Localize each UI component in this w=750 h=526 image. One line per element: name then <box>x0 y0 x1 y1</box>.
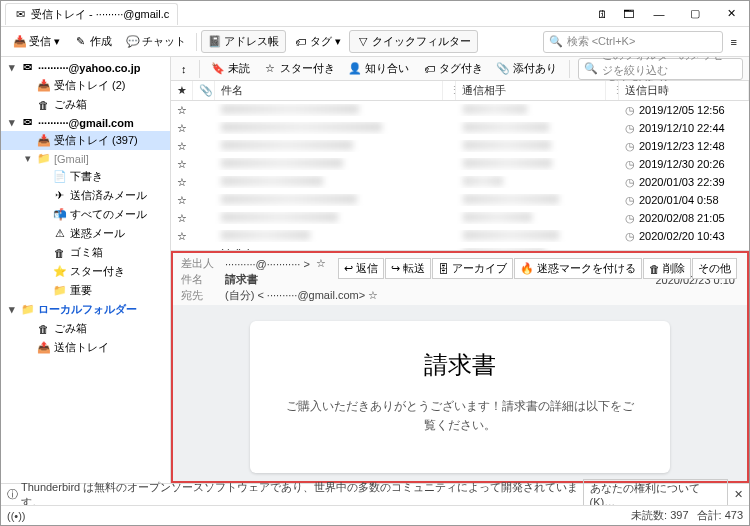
filter-contact[interactable]: 👤知り合い <box>345 59 413 78</box>
star-toggle[interactable]: ☆ <box>171 212 193 225</box>
star-toggle[interactable]: ☆ <box>171 158 193 171</box>
star-icon[interactable]: ☆ <box>316 257 326 270</box>
compose-button[interactable]: ✎作成 <box>68 31 118 52</box>
folder-label: 受信トレイ (2) <box>54 78 126 93</box>
row-date: ◷2020/01/03 22:39 <box>619 176 749 189</box>
tag-button[interactable]: 🏷タグ▾ <box>288 31 347 52</box>
tag-icon: 🏷 <box>294 35 307 48</box>
to-value[interactable]: (自分) < ··········@gmail.com> ☆ <box>225 288 378 303</box>
row-date: ◷2020/02/20 10:43 <box>619 230 749 243</box>
message-row[interactable]: ☆◷2020/01/03 22:39 <box>171 173 749 191</box>
invoice-title: 請求書 <box>282 349 638 381</box>
filter-starred[interactable]: ☆スター付き <box>260 59 339 78</box>
list-header: ★ 📎 件名 ⋮ 通信相手 ⋮ 送信日時 <box>171 81 749 101</box>
folder-icon: 🗑 <box>53 246 66 259</box>
folder-icon: 📄 <box>53 170 66 183</box>
star-toggle[interactable]: ☆ <box>171 140 193 153</box>
star-toggle[interactable]: ☆ <box>171 230 193 243</box>
close-info-button[interactable]: ✕ <box>734 488 743 501</box>
forward-button[interactable]: ↪転送 <box>385 258 431 279</box>
folder-label: 下書き <box>70 169 103 184</box>
star-toggle[interactable]: ☆ <box>171 194 193 207</box>
message-row[interactable]: ☆◷2020/02/20 10:43 <box>171 227 749 245</box>
delete-button[interactable]: 🗑削除 <box>643 258 691 279</box>
star-toggle[interactable]: ☆ <box>171 176 193 189</box>
message-row[interactable]: ☆◷2019/12/10 22:44 <box>171 119 749 137</box>
subject-label: 件名 <box>181 272 219 287</box>
col-correspondent[interactable]: 通信相手 <box>456 81 606 100</box>
reply-icon: ↩ <box>344 262 353 275</box>
message-row[interactable]: ☆◷2019/12/23 12:48 <box>171 137 749 155</box>
filter-unread[interactable]: 🔖未読 <box>208 59 254 78</box>
get-mail-button[interactable]: 📥受信▾ <box>7 31 66 52</box>
folder-tree-item[interactable]: ▾📁ローカルフォルダー <box>1 300 170 319</box>
appmenu-button[interactable]: ≡ <box>725 33 743 51</box>
fire-icon: 🔥 <box>520 262 534 275</box>
trash-icon: 🗑 <box>649 263 660 275</box>
col-date[interactable]: 送信日時 <box>619 81 749 100</box>
filter-tagged[interactable]: 🏷タグ付き <box>419 59 487 78</box>
folder-tree-item[interactable]: 📤送信トレイ <box>1 338 170 357</box>
online-icon[interactable]: ((•)) <box>7 510 26 522</box>
tasks-icon[interactable]: 🗔 <box>615 1 641 27</box>
message-row[interactable]: ☆◷2019/12/05 12:56 <box>171 101 749 119</box>
from-value[interactable]: ··········@··········· > <box>225 258 310 270</box>
star-toggle[interactable]: ☆ <box>171 122 193 135</box>
row-subject <box>215 158 445 170</box>
message-row[interactable]: ☆◷2019/12/30 20:26 <box>171 155 749 173</box>
paperclip-icon: 📎 <box>497 62 510 75</box>
folder-tree-item[interactable]: 📁重要 <box>1 281 170 300</box>
folder-tree-item[interactable]: ▾📁[Gmail] <box>1 150 170 167</box>
folder-tree-item[interactable]: 🗑ごみ箱 <box>1 95 170 114</box>
col-subject[interactable]: 件名 <box>215 81 443 100</box>
message-row[interactable]: ☆◷2020/02/08 21:05 <box>171 209 749 227</box>
message-row[interactable]: ☆◷2020/01/04 0:58 <box>171 191 749 209</box>
folder-icon: ✉ <box>21 61 34 74</box>
calendar-icon[interactable]: 🗓 <box>589 1 615 27</box>
folder-icon: 📁 <box>53 284 66 297</box>
folder-tree-item[interactable]: ✈送信済みメール <box>1 186 170 205</box>
folder-tree-item[interactable]: ⚠迷惑メール <box>1 224 170 243</box>
invoice-text: ご購入いただきありがとうございます！請求書の詳細は以下をご覧ください。 <box>282 397 638 435</box>
folder-tree-item[interactable]: 🗑ゴミ箱 <box>1 243 170 262</box>
global-search-input[interactable]: 🔍検索 <Ctrl+K> <box>543 31 723 53</box>
folder-tree-item[interactable]: ▾✉··········@yahoo.co.jp <box>1 59 170 76</box>
col-star[interactable]: ★ <box>171 81 193 100</box>
chat-button[interactable]: 💬チャット <box>120 31 192 52</box>
filter-toggle-button[interactable]: ↕ <box>177 61 191 77</box>
folder-tree-item[interactable]: 🗑ごみ箱 <box>1 319 170 338</box>
folder-label: ··········@gmail.com <box>38 117 134 129</box>
folder-icon: 📥 <box>37 134 50 147</box>
book-icon: 📓 <box>208 35 221 48</box>
addressbook-button[interactable]: 📓アドレス帳 <box>201 30 286 53</box>
folder-tree-item[interactable]: 📄下書き <box>1 167 170 186</box>
row-date: ◷2019/12/10 22:44 <box>619 122 749 135</box>
window-tab[interactable]: ✉ 受信トレイ - ·········@gmail.c <box>5 3 178 25</box>
quickfilter-button[interactable]: ▽クイックフィルター <box>349 30 478 53</box>
folder-filter-input[interactable]: 🔍このフォルダーのメッセージを絞り込む <Ctrl+Shift+K> <box>578 58 744 80</box>
star-toggle[interactable]: ☆ <box>171 104 193 117</box>
junk-button[interactable]: 🔥迷惑マークを付ける <box>514 258 642 279</box>
tag-icon: 🏷 <box>423 62 436 75</box>
search-icon: 🔍 <box>550 35 563 48</box>
folder-icon: 📁 <box>37 152 50 165</box>
maximize-button[interactable]: ▢ <box>677 1 713 27</box>
main-toolbar: 📥受信▾ ✎作成 💬チャット 📓アドレス帳 🏷タグ▾ ▽クイックフィルター 🔍検… <box>1 27 749 57</box>
reply-button[interactable]: ↩返信 <box>338 258 384 279</box>
folder-tree-item[interactable]: 📥受信トレイ (397) <box>1 131 170 150</box>
col-attachment[interactable]: 📎 <box>193 81 215 100</box>
folder-label: ごみ箱 <box>54 97 87 112</box>
close-button[interactable]: ✕ <box>713 1 749 27</box>
preview-actions: ↩返信 ↪転送 🗄アーカイブ 🔥迷惑マークを付ける 🗑削除 その他 <box>338 258 737 279</box>
folder-tree-item[interactable]: 📬すべてのメール <box>1 205 170 224</box>
row-correspondent <box>457 140 607 152</box>
folder-tree-item[interactable]: 📥受信トレイ (2) <box>1 76 170 95</box>
filter-attachment[interactable]: 📎添付あり <box>493 59 561 78</box>
minimize-button[interactable]: — <box>641 1 677 27</box>
folder-icon: ⭐ <box>53 265 66 278</box>
folder-tree-item[interactable]: ▾✉··········@gmail.com <box>1 114 170 131</box>
more-button[interactable]: その他 <box>692 258 737 279</box>
folder-tree-item[interactable]: ⭐スター付き <box>1 262 170 281</box>
archive-button[interactable]: 🗄アーカイブ <box>432 258 513 279</box>
chat-icon: 💬 <box>126 35 139 48</box>
